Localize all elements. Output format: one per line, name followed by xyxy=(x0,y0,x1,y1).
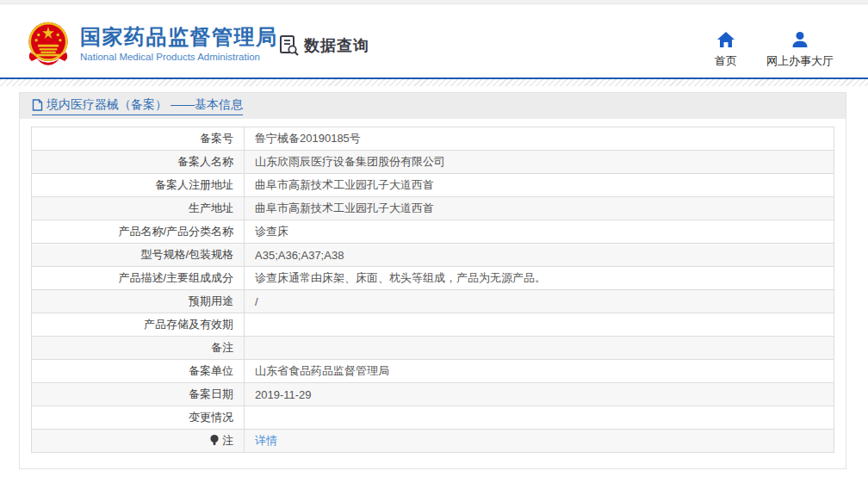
row-value: 详情 xyxy=(245,430,834,453)
row-value: A35;A36;A37;A38 xyxy=(245,244,834,267)
row-label: 产品描述/主要组成成分 xyxy=(32,267,245,290)
nav-item-home[interactable]: 首页 xyxy=(715,31,737,69)
row-label: 生产地址 xyxy=(32,197,245,220)
org-name-cn: 国家药品监督管理局 xyxy=(80,26,278,48)
table-row: 变更情况 xyxy=(32,406,834,430)
table-row: 产品描述/主要组成成分诊查床通常由床架、床面、枕头等组成，产品为无源产品。 xyxy=(32,267,834,290)
row-value xyxy=(245,337,834,360)
content-card: 境内医疗器械（备案） ——基本信息 备案号鲁宁械备20190185号备案人名称山… xyxy=(19,92,846,469)
national-emblem-icon xyxy=(26,21,71,67)
data-query-section: 数据查询 xyxy=(277,34,369,57)
site-logo[interactable]: 国家药品监督管理局 National Medical Products Admi… xyxy=(26,21,278,67)
table-row: 产品存储及有效期 xyxy=(32,313,834,337)
row-label: 注 xyxy=(32,430,245,453)
table-row: 注详情 xyxy=(32,430,834,453)
row-value: 2019-11-29 xyxy=(245,383,834,406)
breadcrumb-bar: 境内医疗器械（备案） ——基本信息 xyxy=(20,93,846,119)
document-search-icon xyxy=(277,34,301,57)
row-label: 备案单位 xyxy=(32,360,245,383)
table-row: 备注 xyxy=(32,337,834,360)
row-value: 诊查床通常由床架、床面、枕头等组成，产品为无源产品。 xyxy=(245,267,834,290)
row-value xyxy=(245,313,834,337)
row-label: 产品名称/产品分类名称 xyxy=(32,220,245,244)
row-value: 山东欣雨辰医疗设备集团股份有限公司 xyxy=(245,151,834,174)
user-icon xyxy=(791,31,809,48)
row-label: 备注 xyxy=(32,337,245,360)
org-name-en: National Medical Products Administration xyxy=(80,52,278,62)
table-row: 备案单位山东省食品药品监督管理局 xyxy=(32,360,834,383)
header-nav: 首页 网上办事大厅 xyxy=(715,31,834,69)
row-label: 型号规格/包装规格 xyxy=(32,244,245,267)
table-row: 生产地址曲阜市高新技术工业园孔子大道西首 xyxy=(32,197,834,220)
row-label: 备案人名称 xyxy=(32,151,245,174)
table-row: 预期用途/ xyxy=(32,290,834,313)
info-table: 备案号鲁宁械备20190185号备案人名称山东欣雨辰医疗设备集团股份有限公司备案… xyxy=(31,127,834,453)
row-label: 备案人注册地址 xyxy=(32,174,245,197)
table-row: 备案日期2019-11-29 xyxy=(32,383,834,406)
row-label: 变更情况 xyxy=(32,406,245,430)
page-icon xyxy=(32,99,43,111)
row-value: 诊查床 xyxy=(245,220,834,244)
data-query-title: 数据查询 xyxy=(304,35,369,56)
row-value: 曲阜市高新技术工业园孔子大道西首 xyxy=(245,174,834,197)
row-label: 产品存储及有效期 xyxy=(32,313,245,337)
info-table-body: 备案号鲁宁械备20190185号备案人名称山东欣雨辰医疗设备集团股份有限公司备案… xyxy=(32,127,834,453)
page-title: 境内医疗器械（备案） ——基本信息 xyxy=(46,97,243,113)
row-value: 曲阜市高新技术工业园孔子大道西首 xyxy=(245,197,834,220)
breadcrumb: 境内医疗器械（备案） ——基本信息 xyxy=(32,97,243,115)
detail-link[interactable]: 详情 xyxy=(255,434,277,447)
site-header: 国家药品监督管理局 National Medical Products Admi… xyxy=(0,4,868,77)
row-value: 山东省食品药品监督管理局 xyxy=(245,360,834,383)
table-row: 备案号鲁宁械备20190185号 xyxy=(32,127,834,151)
nav-item-service-hall[interactable]: 网上办事大厅 xyxy=(766,31,834,69)
hatched-band xyxy=(0,79,868,86)
row-value: / xyxy=(245,290,834,313)
nav-label-home: 首页 xyxy=(715,53,737,69)
row-label: 预期用途 xyxy=(32,290,245,313)
nav-label-service-hall: 网上办事大厅 xyxy=(766,53,834,69)
row-value xyxy=(245,406,834,430)
row-label: 备案日期 xyxy=(32,383,245,406)
row-value: 鲁宁械备20190185号 xyxy=(245,127,834,151)
table-row: 备案人注册地址曲阜市高新技术工业园孔子大道西首 xyxy=(32,174,834,197)
table-row: 备案人名称山东欣雨辰医疗设备集团股份有限公司 xyxy=(32,151,834,174)
note-icon xyxy=(209,434,220,446)
table-row: 产品名称/产品分类名称诊查床 xyxy=(32,220,834,244)
home-icon xyxy=(716,31,735,48)
table-row: 型号规格/包装规格A35;A36;A37;A38 xyxy=(32,244,834,267)
row-label: 备案号 xyxy=(32,127,245,151)
